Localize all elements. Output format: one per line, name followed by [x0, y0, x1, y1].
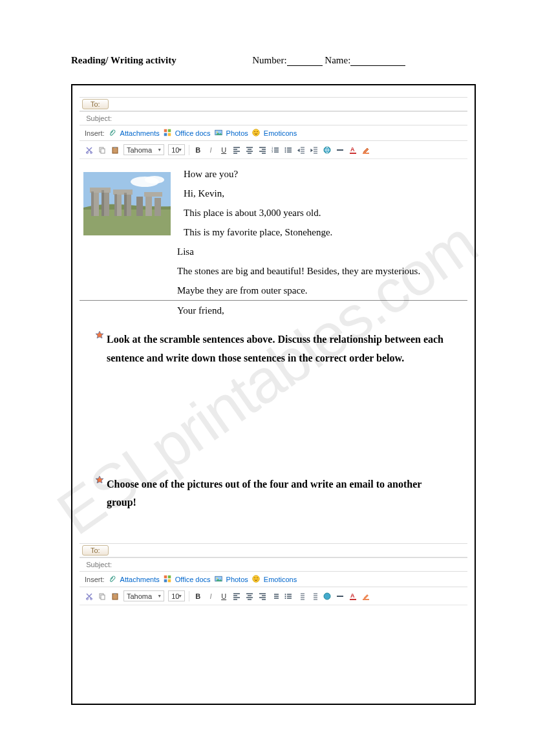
svg-point-7 [254, 131, 255, 132]
bullet-icon [95, 330, 107, 368]
task2-text: Choose one of the pictures out of the fo… [107, 475, 445, 513]
numbered-list-icon[interactable]: 123 [271, 146, 280, 155]
svg-point-28 [145, 176, 164, 184]
underline-button[interactable]: U [219, 146, 228, 155]
svg-rect-39 [91, 191, 94, 216]
photos-link-2[interactable]: Photos [226, 576, 248, 583]
svg-rect-64 [363, 599, 369, 600]
underline-button[interactable]: U [219, 592, 228, 601]
emoticons-link-2[interactable]: Emoticons [264, 576, 297, 583]
scramble-line-3: This place is about 3,000 years old. [184, 203, 458, 222]
subject-label: Subject: [80, 114, 114, 122]
emoticons-link[interactable]: Emoticons [264, 129, 297, 137]
svg-point-5 [216, 131, 217, 133]
scramble-line-6: The stones are big and beautiful! Beside… [177, 261, 458, 281]
insert-row: Insert: Attachments Office docs Photos E… [80, 125, 467, 141]
number-blank[interactable] [287, 65, 323, 66]
scramble-line-5: Lisa [177, 242, 458, 261]
align-right-icon[interactable] [258, 592, 267, 601]
size-select[interactable]: 10 [168, 144, 185, 155]
bullet-list-icon[interactable] [284, 146, 293, 155]
subject-field[interactable] [114, 113, 467, 124]
italic-button[interactable]: I [206, 146, 215, 155]
paperclip-icon [109, 129, 116, 138]
svg-rect-63 [350, 599, 356, 600]
cut-icon[interactable] [85, 592, 94, 601]
paste-icon[interactable] [111, 592, 120, 601]
font-color-icon[interactable]: A [348, 146, 358, 155]
outdent-icon[interactable] [297, 592, 306, 601]
bullet-list-icon[interactable] [284, 592, 293, 601]
svg-rect-43 [164, 575, 167, 578]
scramble-line-8: Your friend, [177, 301, 458, 320]
paste-icon[interactable] [111, 146, 120, 155]
font-color-icon[interactable]: A [348, 592, 358, 601]
worksheet-frame: To: Subject: Insert: Attachments Office … [71, 84, 476, 705]
svg-point-6 [253, 129, 260, 136]
bold-button[interactable]: B [193, 146, 202, 155]
emoticon-icon [252, 129, 260, 138]
svg-rect-57 [114, 593, 116, 594]
svg-rect-34 [113, 189, 133, 195]
svg-point-58 [285, 594, 286, 595]
svg-rect-0 [164, 129, 167, 132]
svg-rect-41 [114, 194, 117, 216]
svg-point-61 [324, 593, 330, 599]
copy-icon[interactable] [98, 146, 107, 155]
task1-text: Look at the scramble sentences above. Di… [107, 330, 445, 368]
link-icon[interactable] [323, 592, 332, 601]
font-select[interactable]: Tahoma [123, 144, 164, 155]
svg-rect-37 [155, 198, 161, 216]
outdent-icon[interactable] [297, 146, 306, 155]
paperclip-icon [109, 575, 116, 584]
answer-space-1[interactable] [76, 368, 471, 465]
to-button-2[interactable]: To: [82, 545, 109, 556]
subject-row: Subject: [80, 111, 467, 125]
numbered-list-icon[interactable] [271, 592, 280, 601]
name-blank[interactable] [350, 65, 405, 66]
highlight-icon[interactable] [361, 592, 370, 601]
align-center-icon[interactable] [245, 146, 254, 155]
emoticon-icon [252, 575, 260, 584]
align-center-icon[interactable] [245, 592, 254, 601]
photos-link[interactable]: Photos [226, 129, 248, 137]
office-link[interactable]: Office docs [175, 129, 211, 137]
svg-rect-45 [164, 579, 167, 582]
font-select-2[interactable]: Tahoma [123, 590, 164, 601]
cut-icon[interactable] [85, 146, 94, 155]
email-compose-top: To: Subject: Insert: Attachments Office … [80, 97, 467, 159]
subject-field-2[interactable] [114, 559, 467, 570]
indent-icon[interactable] [310, 146, 319, 155]
size-select-2[interactable]: 10 [168, 590, 185, 601]
highlight-icon[interactable] [361, 146, 370, 155]
svg-point-20 [285, 151, 286, 153]
svg-rect-24 [363, 153, 369, 154]
align-right-icon[interactable] [258, 146, 267, 155]
name-label: Name: [325, 55, 350, 65]
attachments-link-2[interactable]: Attachments [120, 576, 160, 583]
italic-button[interactable]: I [206, 592, 215, 601]
to-button[interactable]: To: [82, 99, 109, 109]
hr-icon[interactable] [336, 146, 345, 155]
office-link-2[interactable]: Office docs [175, 576, 211, 583]
align-left-icon[interactable] [232, 146, 241, 155]
attachments-link[interactable]: Attachments [120, 129, 160, 137]
to-field[interactable] [111, 98, 467, 110]
link-icon[interactable] [323, 146, 332, 155]
subject-label-2: Subject: [80, 561, 114, 568]
header-line: Reading/ Writing activity Number: Name: [71, 55, 476, 66]
to-field-2[interactable] [111, 545, 467, 556]
align-left-icon[interactable] [232, 592, 241, 601]
svg-text:A: A [350, 592, 355, 599]
svg-rect-35 [136, 197, 143, 216]
copy-icon[interactable] [98, 592, 107, 601]
svg-rect-55 [101, 595, 105, 599]
hr-icon[interactable] [336, 592, 345, 601]
indent-icon[interactable] [310, 592, 319, 601]
scramble-line-2: Hi, Kevin, [184, 184, 458, 203]
bold-button[interactable]: B [193, 592, 202, 601]
svg-point-48 [216, 578, 217, 579]
svg-rect-2 [164, 133, 167, 136]
insert-label: Insert: [85, 129, 105, 137]
svg-rect-12 [101, 149, 105, 153]
